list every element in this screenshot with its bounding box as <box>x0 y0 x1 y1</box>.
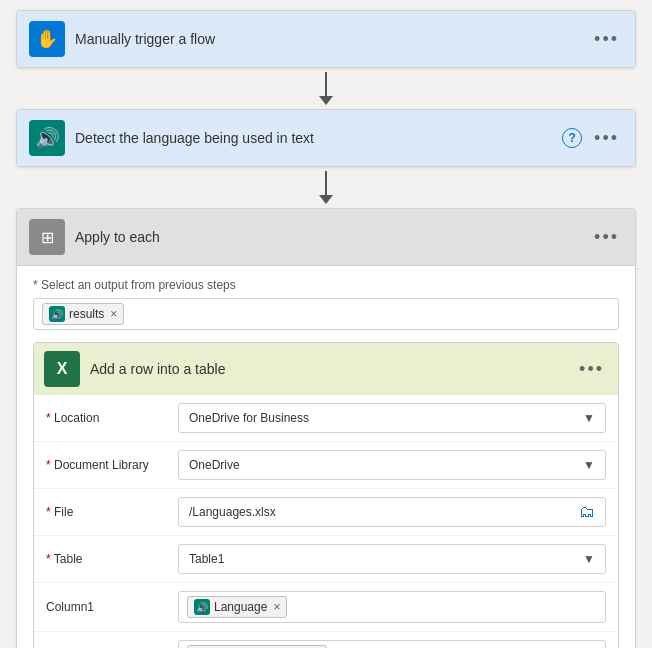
table-value: Table1 ▼ <box>178 544 606 574</box>
table-text: Table1 <box>189 552 224 566</box>
select-output-label: * Select an output from previous steps <box>33 278 619 292</box>
trigger-dots[interactable]: ••• <box>590 27 623 52</box>
trigger-header: ✋ Manually trigger a flow ••• <box>17 11 635 67</box>
add-row-header: X Add a row into a table ••• <box>34 343 618 395</box>
column1-row: Column1 🔊 Language × <box>34 583 618 632</box>
language-token-label: Language <box>214 600 267 614</box>
column1-label: Column1 <box>46 600 166 614</box>
apply-header: ⊞ Apply to each ••• <box>17 209 635 265</box>
apply-menu: ••• <box>590 225 623 250</box>
trigger-icon: ✋ <box>29 21 65 57</box>
location-row: * Location OneDrive for Business ▼ <box>34 395 618 442</box>
location-value: OneDrive for Business ▼ <box>178 403 606 433</box>
arrow-head-1 <box>319 96 333 105</box>
trigger-menu: ••• <box>590 27 623 52</box>
add-row-title: Add a row into a table <box>90 361 565 377</box>
folder-icon[interactable]: 🗂 <box>579 503 595 521</box>
detect-dots[interactable]: ••• <box>590 126 623 151</box>
apply-icon: ⊞ <box>29 219 65 255</box>
apply-dots[interactable]: ••• <box>590 225 623 250</box>
location-label: * Location <box>46 411 166 425</box>
doc-library-dropdown[interactable]: OneDrive ▼ <box>178 450 606 480</box>
arrow-head-2 <box>319 195 333 204</box>
trigger-card: ✋ Manually trigger a flow ••• <box>16 10 636 68</box>
apply-to-each-card: ⊞ Apply to each ••• * Select an output f… <box>16 208 636 648</box>
column2-value: 🔊 Confidence sco... × <box>178 640 606 648</box>
select-output-input[interactable]: 🔊 results × <box>33 298 619 330</box>
help-icon[interactable]: ? <box>562 128 582 148</box>
doc-library-label: * Document Library <box>46 458 166 472</box>
detect-card: 🔊 Detect the language being used in text… <box>16 109 636 167</box>
add-row-dots[interactable]: ••• <box>575 357 608 382</box>
file-value: /Languages.xlsx 🗂 <box>178 497 606 527</box>
file-row: * File /Languages.xlsx 🗂 <box>34 489 618 536</box>
table-row: * Table Table1 ▼ <box>34 536 618 583</box>
language-token-remove[interactable]: × <box>273 600 280 614</box>
column2-row: Column2 🔊 Confidence sco... × <box>34 632 618 648</box>
table-label: * Table <box>46 552 166 566</box>
location-arrow: ▼ <box>583 411 595 425</box>
apply-body: * Select an output from previous steps 🔊… <box>17 265 635 648</box>
add-row-menu: ••• <box>575 357 608 382</box>
doc-library-row: * Document Library OneDrive ▼ <box>34 442 618 489</box>
file-text: /Languages.xlsx <box>189 505 276 519</box>
add-row-icon: X <box>44 351 80 387</box>
results-token-label: results <box>69 307 104 321</box>
arrow-line-2 <box>325 171 327 195</box>
doc-library-arrow: ▼ <box>583 458 595 472</box>
file-field[interactable]: /Languages.xlsx 🗂 <box>178 497 606 527</box>
table-dropdown[interactable]: Table1 ▼ <box>178 544 606 574</box>
doc-library-value: OneDrive ▼ <box>178 450 606 480</box>
language-token: 🔊 Language × <box>187 596 287 618</box>
detect-menu: ? ••• <box>562 126 623 151</box>
add-row-body: * Location OneDrive for Business ▼ * D <box>34 395 618 648</box>
file-label: * File <box>46 505 166 519</box>
detect-title: Detect the language being used in text <box>75 130 552 146</box>
arrow-line-1 <box>325 72 327 96</box>
column1-input[interactable]: 🔊 Language × <box>178 591 606 623</box>
location-dropdown[interactable]: OneDrive for Business ▼ <box>178 403 606 433</box>
column2-input[interactable]: 🔊 Confidence sco... × <box>178 640 606 648</box>
results-token-icon: 🔊 <box>49 306 65 322</box>
apply-title: Apply to each <box>75 229 580 245</box>
column1-value: 🔊 Language × <box>178 591 606 623</box>
arrow-2 <box>319 167 333 208</box>
location-text: OneDrive for Business <box>189 411 309 425</box>
results-token-remove[interactable]: × <box>110 307 117 321</box>
language-token-icon: 🔊 <box>194 599 210 615</box>
results-token: 🔊 results × <box>42 303 124 325</box>
doc-library-text: OneDrive <box>189 458 240 472</box>
add-row-card: X Add a row into a table ••• * Location <box>33 342 619 648</box>
table-arrow: ▼ <box>583 552 595 566</box>
arrow-1 <box>319 68 333 109</box>
detect-header: 🔊 Detect the language being used in text… <box>17 110 635 166</box>
detect-icon: 🔊 <box>29 120 65 156</box>
trigger-title: Manually trigger a flow <box>75 31 580 47</box>
